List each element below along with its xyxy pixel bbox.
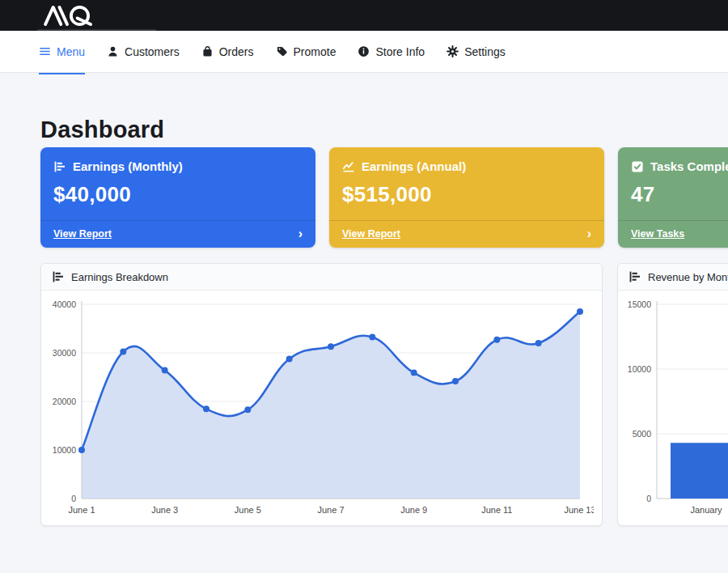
line-chart-icon [342,160,355,173]
card-value: 47 [631,182,728,207]
logo[interactable] [37,0,100,31]
card-body: Earnings (Monthly)$40,000 [40,147,315,220]
panel-title: Revenue by Month [648,271,728,283]
svg-text:15000: 15000 [628,299,651,309]
card-title: Earnings (Annual) [362,159,466,173]
card-link[interactable]: View Report [53,228,112,240]
main-nav: MenuCustomersOrdersPromoteStore InfoSett… [0,31,728,73]
revenue-by-month-panel: Revenue by Month 050001000015000January [617,263,728,526]
page-title: Dashboard [40,117,728,143]
revenue-by-month-chart[interactable]: 050001000015000January [624,295,728,519]
card-title-row: Earnings (Monthly) [53,159,303,173]
svg-text:40000: 40000 [53,299,76,309]
card-tasks-completed: Tasks Completed47View Tasks› [618,147,728,248]
svg-text:20000: 20000 [53,397,76,406]
nav-item-orders[interactable]: Orders [201,31,254,72]
panel-title: Earnings Breakdown [71,271,168,283]
svg-text:5000: 5000 [633,429,652,439]
bar-chart-icon [629,270,641,283]
card-link[interactable]: View Report [342,228,400,240]
mq-logo-icon [37,5,100,27]
card-value: $40,000 [53,182,303,207]
chart-panels-row: Earnings Breakdown 010000200003000040000… [40,263,728,526]
svg-text:June 11: June 11 [481,505,512,515]
nav-item-store-info[interactable]: Store Info [358,31,425,72]
card-earnings-annual: Earnings (Annual)$515,000View Report› [329,147,604,248]
svg-text:0: 0 [646,494,651,503]
bar-chart-icon [52,270,65,283]
nav-item-customers[interactable]: Customers [107,31,180,72]
card-value: $515,000 [342,182,591,207]
svg-text:June 9: June 9 [400,505,427,515]
active-tab-underline [39,73,85,74]
info-icon [358,45,370,57]
chevron-right-icon[interactable]: › [587,227,591,240]
svg-text:10000: 10000 [53,445,76,455]
card-link[interactable]: View Tasks [631,228,684,240]
nav-item-label: Store Info [375,45,425,58]
svg-text:0: 0 [71,494,76,503]
nav-item-menu[interactable]: Menu [39,31,85,72]
bar-chart-icon [53,160,66,173]
chevron-right-icon[interactable]: › [298,227,303,240]
topbar [0,0,728,31]
svg-text:June 7: June 7 [317,505,344,515]
svg-text:January: January [690,505,722,515]
main-content: Dashboard Earnings (Monthly)$40,000View … [0,73,728,526]
svg-text:June 5: June 5 [235,505,261,515]
svg-text:June 3: June 3 [151,505,178,515]
card-title-row: Earnings (Annual) [342,159,591,173]
card-body: Earnings (Annual)$515,000 [329,147,604,220]
panel-header: Earnings Breakdown [41,264,602,291]
menu-icon [39,45,51,57]
card-title: Earnings (Monthly) [73,159,183,173]
nav-item-label: Customers [125,45,180,58]
card-footer: View Tasks› [618,220,728,248]
nav-item-label: Settings [464,45,506,58]
nav-item-settings[interactable]: Settings [447,31,506,72]
svg-text:June 1: June 1 [68,505,95,515]
card-footer: View Report› [329,220,604,248]
earnings-breakdown-chart[interactable]: 010000200003000040000June 1June 3June 5J… [48,295,594,519]
svg-text:30000: 30000 [53,348,76,358]
nav-item-label: Menu [57,45,85,58]
svg-text:10000: 10000 [628,364,651,374]
earnings-breakdown-panel: Earnings Breakdown 010000200003000040000… [40,263,603,526]
nav-item-promote[interactable]: Promote [276,31,336,72]
card-footer: View Report› [40,220,315,248]
check-square-icon [631,160,644,173]
tag-icon [276,45,288,57]
person-icon [107,45,119,57]
panel-body: 050001000015000January [618,291,728,525]
card-body: Tasks Completed47 [618,147,728,220]
panel-body: 010000200003000040000June 1June 3June 5J… [41,291,602,525]
card-title-row: Tasks Completed [631,159,728,173]
nav-item-label: Orders [219,45,254,58]
card-earnings-monthly: Earnings (Monthly)$40,000View Report› [40,147,315,248]
svg-text:June 13: June 13 [564,505,594,515]
stat-cards-row: Earnings (Monthly)$40,000View Report›Ear… [40,147,728,248]
card-title: Tasks Completed [650,159,728,173]
bag-icon [201,45,214,57]
panel-header: Revenue by Month [618,264,728,291]
nav-item-label: Promote [294,45,336,58]
app-window: MenuCustomersOrdersPromoteStore InfoSett… [0,0,728,573]
gear-icon [447,45,459,57]
